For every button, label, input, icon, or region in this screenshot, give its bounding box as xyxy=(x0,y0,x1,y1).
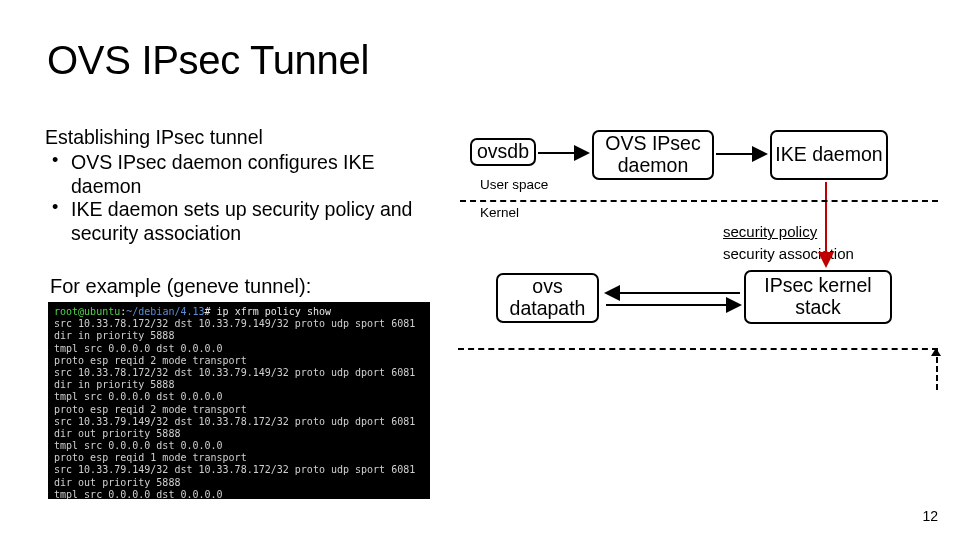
bullet-1: OVS IPsec daemon configures IKE daemon xyxy=(67,151,445,199)
term-line: src 10.33.78.172/32 dst 10.33.79.149/32 … xyxy=(54,318,415,329)
term-line: dir out priority 5888 xyxy=(54,428,180,439)
box-datapath: ovs datapath xyxy=(496,273,599,323)
term-line: dir in priority 5888 xyxy=(54,379,174,390)
slide-title: OVS IPsec Tunnel xyxy=(47,38,369,83)
term-line: src 10.33.79.149/32 dst 10.33.78.172/32 … xyxy=(54,464,415,475)
left-column: Establishing IPsec tunnel OVS IPsec daem… xyxy=(45,126,445,246)
arrow-ovsdb-to-ipsec xyxy=(536,145,594,161)
term-line: proto esp reqid 1 mode transport xyxy=(54,452,247,463)
box-ike-daemon: IKE daemon xyxy=(770,130,888,180)
box-kernel-stack: IPsec kernel stack xyxy=(744,270,892,324)
dashed-separator-bottom xyxy=(458,348,938,390)
label-kernel: Kernel xyxy=(480,205,519,220)
terminal-user: root@ubuntu xyxy=(54,306,120,317)
label-user-space: User space xyxy=(480,177,548,192)
bullet-2: IKE daemon sets up security policy and s… xyxy=(67,198,445,246)
arrow-datapath-kstack xyxy=(600,286,748,312)
page-number: 12 xyxy=(922,508,938,524)
example-heading: For example (geneve tunnel): xyxy=(50,275,311,298)
arrow-ike-to-kstack xyxy=(818,180,834,274)
term-line: tmpl src 0.0.0.0 dst 0.0.0.0 xyxy=(54,440,223,451)
term-line: src 10.33.79.149/32 dst 10.33.78.172/32 … xyxy=(54,416,415,427)
term-line: proto esp reqid 2 mode transport xyxy=(54,355,247,366)
establishing-heading: Establishing IPsec tunnel xyxy=(45,126,445,150)
term-line: tmpl src 0.0.0.0 dst 0.0.0.0 xyxy=(54,391,223,402)
label-security-assoc: security association xyxy=(723,245,854,262)
terminal-path: ~/debian/4.13 xyxy=(126,306,204,317)
label-security-policy: security policy xyxy=(723,223,817,240)
terminal-cmd: ip xfrm policy show xyxy=(217,306,331,317)
term-line: tmpl src 0.0.0.0 dst 0.0.0.0 xyxy=(54,343,223,354)
term-line: dir out priority 5888 xyxy=(54,477,180,488)
dashed-separator-userspace xyxy=(460,200,938,202)
term-line: src 10.33.78.172/32 dst 10.33.79.149/32 … xyxy=(54,367,415,378)
term-line: dir in priority 5888 xyxy=(54,330,174,341)
terminal-output: root@ubuntu:~/debian/4.13# ip xfrm polic… xyxy=(48,302,430,499)
box-ovsdb: ovsdb xyxy=(470,138,536,166)
term-line: tmpl src 0.0.0.0 dst 0.0.0.0 xyxy=(54,489,223,499)
arrow-ipsec-to-ike xyxy=(714,146,772,162)
box-ipsec-daemon: OVS IPsec daemon xyxy=(592,130,714,180)
arrow-dashed-up-icon xyxy=(928,348,944,360)
term-line: proto esp reqid 2 mode transport xyxy=(54,404,247,415)
